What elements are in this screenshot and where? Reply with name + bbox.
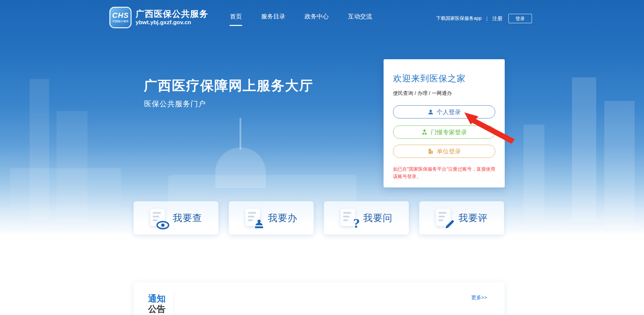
- notice-tab-line1: 通知: [148, 293, 166, 304]
- pencil-icon: [444, 219, 455, 230]
- document-icon: [245, 209, 262, 228]
- tab-notice-announcement[interactable]: 通知 公告: [148, 293, 166, 314]
- login-card-subtitle: 便民查询 / 办理 / 一网通办: [393, 90, 495, 97]
- action-card-ask[interactable]: ? 我要问: [324, 201, 409, 235]
- action-label: 我要查: [173, 212, 202, 224]
- cityscape-left-base-icon: [10, 168, 121, 225]
- action-label: 我要办: [268, 212, 297, 224]
- cityscape-right-tower3-icon: [604, 101, 635, 229]
- cityscape-right-tower2-icon: [572, 77, 596, 222]
- logo-text-block: 广西医保公共服务 ybwt.ybj.gxzf.gov.cn: [136, 9, 208, 26]
- login-card: 欢迎来到医保之家 便民查询 / 办理 / 一网通办 个人登录 门慢专家登录 单位…: [384, 59, 505, 187]
- top-header: CHS 中国医疗保障 广西医保公共服务 ybwt.ybj.gxzf.gov.cn…: [0, 0, 644, 32]
- login-card-title: 欢迎来到医保之家: [393, 73, 495, 84]
- login-note: 如已在"国家医保服务平台"注册过账号，直接使用该账号登录。: [393, 165, 496, 180]
- document-icon: [150, 209, 167, 228]
- eye-icon: [156, 221, 170, 230]
- header-right-links: 下载国家医保服务app | 注册 登录: [436, 14, 532, 23]
- header-login-button[interactable]: 登录: [508, 14, 532, 23]
- quick-actions-row: 我要查 我要办 ? 我要问 我要评: [134, 201, 505, 235]
- nav-item-home[interactable]: 首页: [230, 12, 242, 27]
- nav-item-interaction[interactable]: 互动交流: [348, 12, 372, 27]
- site-logo[interactable]: CHS 中国医疗保障 广西医保公共服务 ybwt.ybj.gxzf.gov.cn: [109, 7, 208, 28]
- header-divider: |: [486, 16, 488, 21]
- main-nav: 首页 服务目录 政务中心 互动交流: [230, 12, 372, 27]
- personal-login-button[interactable]: 个人登录: [393, 105, 495, 118]
- hero-title: 广西医疗保障网上服务大厅: [144, 76, 313, 95]
- person-icon: [428, 109, 434, 115]
- logo-badge-subtext: 中国医疗保障: [112, 20, 129, 23]
- action-card-query[interactable]: 我要查: [134, 201, 218, 235]
- site-title: 广西医保公共服务: [136, 9, 208, 19]
- notice-panel: 通知 公告 更多>>: [134, 282, 505, 315]
- action-card-review[interactable]: 我要评: [419, 201, 504, 235]
- doctor-icon: [421, 129, 428, 135]
- more-link[interactable]: 更多>>: [471, 294, 487, 301]
- nav-item-service-catalog[interactable]: 服务目录: [261, 12, 285, 27]
- document-icon: [436, 209, 453, 228]
- logo-badge-text: CHS: [112, 12, 129, 19]
- notice-divider: [174, 292, 174, 315]
- download-app-link[interactable]: 下载国家医保服务app: [436, 15, 481, 22]
- cityscape-left-tower2-icon: [57, 111, 87, 222]
- action-label: 我要问: [363, 212, 393, 224]
- cityscape-dome-icon: [215, 147, 266, 188]
- question-icon: ?: [353, 217, 360, 230]
- chs-logo-icon: CHS 中国医疗保障: [109, 7, 132, 28]
- document-icon: ?: [341, 209, 357, 228]
- stamp-icon: [253, 219, 265, 230]
- personal-login-label: 个人登录: [437, 108, 461, 116]
- unit-login-button[interactable]: 单位登录: [393, 145, 495, 158]
- expert-login-button[interactable]: 门慢专家登录: [393, 126, 495, 139]
- cityscape-left-tower-icon: [30, 79, 49, 220]
- action-label: 我要评: [459, 212, 488, 224]
- action-card-handle[interactable]: 我要办: [229, 201, 314, 235]
- site-url: ybwt.ybj.gxzf.gov.cn: [136, 19, 208, 26]
- expert-login-label: 门慢专家登录: [431, 128, 467, 136]
- hero-subtitle: 医保公共服务门户: [144, 99, 206, 109]
- nav-item-gov-center[interactable]: 政务中心: [305, 12, 329, 27]
- cityscape-dome-spire-icon: [240, 118, 241, 150]
- hero-banner: CHS 中国医疗保障 广西医保公共服务 ybwt.ybj.gxzf.gov.cn…: [0, 0, 644, 236]
- notice-tab-line2: 公告: [148, 304, 166, 314]
- register-link[interactable]: 注册: [492, 15, 502, 22]
- cityscape-right-tower-icon: [524, 125, 544, 222]
- unit-login-label: 单位登录: [437, 147, 461, 155]
- building-icon: [427, 148, 434, 154]
